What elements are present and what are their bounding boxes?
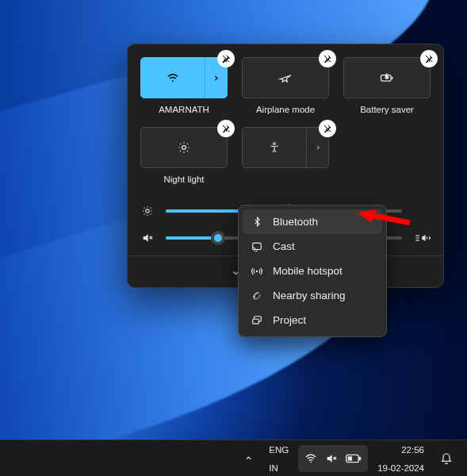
language-indicator[interactable]: ENG IN xyxy=(262,445,295,472)
svg-point-3 xyxy=(182,146,186,150)
add-tile-menu: Bluetooth Cast Mobile hotspot Nearby sha… xyxy=(238,205,387,337)
menu-item-label: Mobile hotspot xyxy=(273,265,343,277)
svg-rect-14 xyxy=(359,456,361,460)
night-light-tile[interactable] xyxy=(140,127,228,168)
clock-date: 19-02-2024 xyxy=(377,463,424,474)
svg-rect-15 xyxy=(348,456,352,460)
unpin-icon[interactable] xyxy=(420,50,438,67)
hotspot-icon xyxy=(251,266,263,277)
clock[interactable]: 22:56 19-02-2024 xyxy=(371,445,431,472)
volume-mute-icon xyxy=(325,452,338,465)
svg-point-0 xyxy=(172,80,174,82)
svg-rect-6 xyxy=(253,243,262,249)
project-icon xyxy=(251,315,263,326)
taskbar: ENG IN 22:56 19-02-2024 xyxy=(0,440,467,476)
quick-tiles-grid: AMARNATH Airplane mode Battery saver Nig… xyxy=(140,57,431,190)
battery-icon xyxy=(346,453,362,464)
menu-item-cast[interactable]: Cast xyxy=(243,234,382,259)
tray-expand-button[interactable] xyxy=(238,445,259,472)
menu-item-label: Cast xyxy=(273,240,295,252)
menu-item-project[interactable]: Project xyxy=(243,308,382,332)
wifi-tile-label: AMARNATH xyxy=(159,105,209,121)
svg-rect-9 xyxy=(253,319,259,324)
svg-point-4 xyxy=(274,143,276,145)
svg-marker-11 xyxy=(356,202,378,223)
clock-time: 22:56 xyxy=(401,445,424,455)
system-tray[interactable] xyxy=(298,445,368,472)
nearby-sharing-icon xyxy=(251,290,263,301)
battery-saver-tile-label: Battery saver xyxy=(360,105,414,121)
battery-saver-tile[interactable] xyxy=(343,57,431,98)
wifi-icon xyxy=(304,452,317,465)
airplane-mode-tile-label: Airplane mode xyxy=(256,105,315,121)
cast-icon xyxy=(251,241,263,252)
menu-item-mobile-hotspot[interactable]: Mobile hotspot xyxy=(243,259,382,283)
brightness-icon xyxy=(140,205,155,217)
svg-point-7 xyxy=(256,270,258,271)
svg-point-12 xyxy=(310,461,312,463)
unpin-icon[interactable] xyxy=(319,50,336,67)
audio-output-button[interactable] xyxy=(413,232,431,244)
bluetooth-icon xyxy=(251,217,263,227)
menu-item-label: Project xyxy=(273,314,306,326)
unpin-icon[interactable] xyxy=(319,120,336,137)
menu-item-label: Bluetooth xyxy=(273,216,318,228)
language-line1: ENG xyxy=(269,445,289,455)
menu-item-label: Nearby sharing xyxy=(273,290,346,301)
unpin-icon[interactable] xyxy=(217,50,235,67)
volume-mute-icon xyxy=(140,232,155,244)
airplane-mode-tile[interactable] xyxy=(242,57,329,98)
notifications-button[interactable] xyxy=(434,445,459,472)
language-line2: IN xyxy=(269,463,278,474)
accessibility-tile[interactable] xyxy=(242,127,329,168)
menu-item-nearby-sharing[interactable]: Nearby sharing xyxy=(243,283,382,308)
unpin-icon[interactable] xyxy=(217,120,235,137)
wifi-tile[interactable] xyxy=(140,57,228,98)
night-light-tile-label: Night light xyxy=(163,175,204,190)
svg-rect-2 xyxy=(392,77,393,79)
svg-point-5 xyxy=(146,209,149,213)
